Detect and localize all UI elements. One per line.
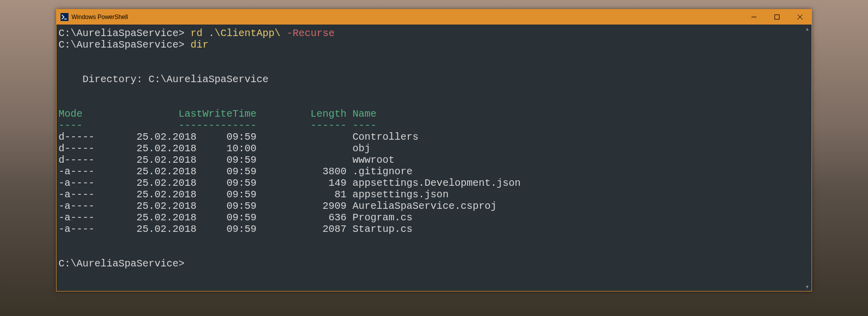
column-underline: ---- ------------- ------ ---- xyxy=(58,120,376,131)
listing-row: -a---- 25.02.2018 09:59 149 appsettings.… xyxy=(58,177,520,189)
powershell-window: Windows PowerShell C:\AureliaSpaService>… xyxy=(56,9,812,291)
listing-row: d----- 25.02.2018 09:59 wwwroot xyxy=(58,154,394,166)
command-text: dir xyxy=(190,39,208,51)
scroll-up-arrow[interactable]: ▲ xyxy=(803,25,812,33)
prompt-line: C:\AureliaSpaService> xyxy=(58,28,184,39)
column-headers: Mode LastWriteTime Length Name xyxy=(58,108,376,120)
titlebar[interactable]: Windows PowerShell xyxy=(56,10,812,25)
window-title: Windows PowerShell xyxy=(72,14,128,21)
listing-row: -a---- 25.02.2018 09:59 636 Program.cs xyxy=(58,212,412,223)
listing-row: -a---- 25.02.2018 09:59 3800 .gitignore xyxy=(58,166,412,177)
listing-row: -a---- 25.02.2018 09:59 2087 Startup.cs xyxy=(58,223,412,235)
client-area: C:\AureliaSpaService> rd .\ClientApp\ -R… xyxy=(56,25,812,291)
svg-rect-0 xyxy=(60,13,68,21)
command-text: rd xyxy=(190,28,202,39)
maximize-button[interactable] xyxy=(766,10,788,25)
listing-row: -a---- 25.02.2018 09:59 81 appsettings.j… xyxy=(58,189,448,200)
powershell-icon xyxy=(60,13,68,21)
prompt-line: C:\AureliaSpaService> xyxy=(58,39,184,51)
svg-rect-3 xyxy=(775,15,780,20)
vertical-scrollbar[interactable]: ▲ ▼ xyxy=(803,25,812,291)
prompt-line: C:\AureliaSpaService> xyxy=(58,258,184,269)
listing-row: d----- 25.02.2018 09:59 Controllers xyxy=(58,131,418,143)
terminal-output[interactable]: C:\AureliaSpaService> rd .\ClientApp\ -R… xyxy=(56,25,803,291)
scroll-down-arrow[interactable]: ▼ xyxy=(803,282,812,291)
minimize-button[interactable] xyxy=(742,10,766,25)
command-arg: .\ClientApp\ xyxy=(208,28,280,39)
listing-row: d----- 25.02.2018 10:00 obj xyxy=(58,143,370,154)
close-button[interactable] xyxy=(788,10,812,25)
directory-header: Directory: C:\AureliaSpaService xyxy=(58,74,268,85)
listing-row: -a---- 25.02.2018 09:59 2909 AureliaSpaS… xyxy=(58,200,496,212)
scroll-track[interactable] xyxy=(803,33,812,282)
command-param: -Recurse xyxy=(286,28,334,39)
